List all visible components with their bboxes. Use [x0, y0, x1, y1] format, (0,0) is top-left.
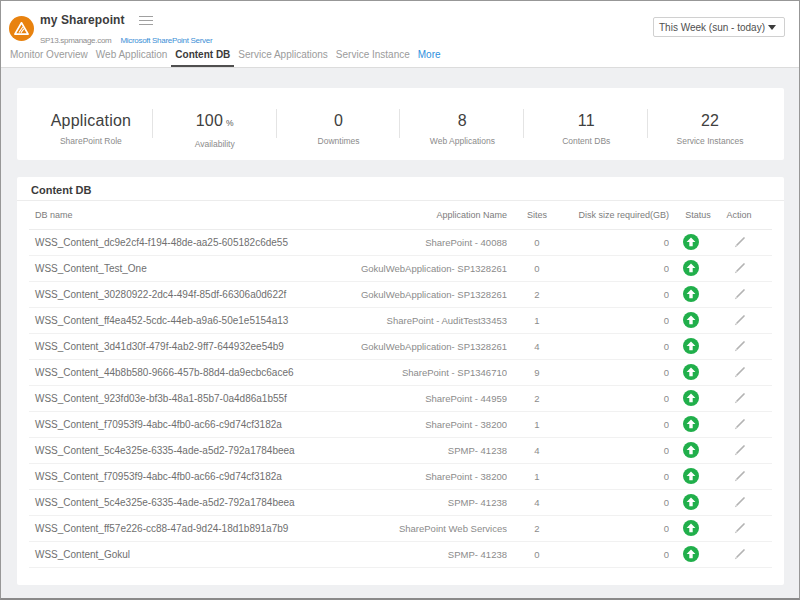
- status-up-icon: [683, 312, 699, 328]
- table-row: WSS_Content_f70953f9-4abc-4fb0-ac66-c9d7…: [29, 411, 772, 437]
- cell-application-name: SharePoint - 44959: [307, 385, 507, 411]
- table-row: WSS_Content_30280922-2dc4-494f-85df-6630…: [29, 281, 772, 307]
- cell-status: [669, 255, 713, 281]
- cell-sites: 2: [507, 281, 567, 307]
- cell-application-name: SharePoint - AuditTest33453: [307, 307, 507, 333]
- cell-disk-size: 0: [567, 541, 669, 567]
- cell-sites: 2: [507, 385, 567, 411]
- stat-sharepoint-role: ApplicationSharePoint Role: [29, 88, 153, 160]
- table-row: WSS_Content_5c4e325e-6335-4ade-a5d2-792a…: [29, 437, 772, 463]
- stat-value: 22: [701, 112, 719, 129]
- table-row: WSS_Content_ff57e226-cc88-47ad-9d24-18d1…: [29, 515, 772, 541]
- cell-action: [713, 255, 772, 281]
- cell-disk-size: 0: [567, 307, 669, 333]
- content-db-table: DB nameApplication NameSitesDisk size re…: [29, 201, 772, 568]
- edit-pencil-icon[interactable]: [732, 547, 747, 562]
- cell-action: [713, 359, 772, 385]
- cell-db-name: WSS_Content_f70953f9-4abc-4fb0-ac66-c9d7…: [29, 463, 307, 489]
- cell-action: [713, 515, 772, 541]
- cell-disk-size: 0: [567, 359, 669, 385]
- cell-action: [713, 307, 772, 333]
- status-up-icon: [683, 338, 699, 354]
- edit-pencil-icon[interactable]: [732, 235, 747, 250]
- cell-action: [713, 229, 772, 255]
- edit-pencil-icon[interactable]: [732, 469, 747, 484]
- tab-service-applications[interactable]: Service Applications: [234, 50, 332, 67]
- tab-web-application[interactable]: Web Application: [92, 50, 172, 67]
- content-db-card: Content DB DB nameApplication NameSitesD…: [17, 177, 784, 585]
- cell-db-name: WSS_Content_5c4e325e-6335-4ade-a5d2-792a…: [29, 437, 307, 463]
- edit-pencil-icon[interactable]: [732, 261, 747, 276]
- tab-more[interactable]: More: [414, 50, 445, 67]
- cell-disk-size: 0: [567, 463, 669, 489]
- status-up-icon: [683, 364, 699, 380]
- table-row: WSS_Content_923fd03e-bf3b-48a1-85b7-0a4d…: [29, 385, 772, 411]
- column-header-disk-size-required-gb-: Disk size required(GB): [567, 201, 669, 229]
- stat-label: Service Instances: [677, 136, 744, 146]
- header: my Sharepoint SP13.spmanage.com Microsof…: [1, 1, 799, 68]
- edit-pencil-icon[interactable]: [732, 443, 747, 458]
- stat-label: SharePoint Role: [60, 136, 122, 146]
- cell-disk-size: 0: [567, 281, 669, 307]
- tab-content-db[interactable]: Content DB: [171, 50, 234, 67]
- cell-db-name: WSS_Content_Test_One: [29, 255, 307, 281]
- cell-application-name: GokulWebApplication- SP1328261: [307, 281, 507, 307]
- stat-label: Downtimes: [318, 136, 360, 146]
- column-header-status: Status: [669, 201, 713, 229]
- cell-application-name: SharePoint - 38200: [307, 411, 507, 437]
- cell-sites: 0: [507, 229, 567, 255]
- cell-application-name: SPMP- 41238: [307, 489, 507, 515]
- edit-pencil-icon[interactable]: [732, 339, 747, 354]
- cell-application-name: SharePoint - 40088: [307, 229, 507, 255]
- edit-pencil-icon[interactable]: [732, 521, 747, 536]
- table-row: WSS_Content_Test_OneGokulWebApplication-…: [29, 255, 772, 281]
- cell-action: [713, 411, 772, 437]
- tab-service-instance[interactable]: Service Instance: [332, 50, 414, 67]
- tab-monitor-overview[interactable]: Monitor Overview: [6, 50, 92, 67]
- chevron-down-icon: [768, 25, 776, 30]
- cell-disk-size: 0: [567, 385, 669, 411]
- cell-sites: 1: [507, 307, 567, 333]
- status-up-icon: [683, 494, 699, 510]
- server-type-link[interactable]: Microsoft SharePoint Server: [120, 36, 212, 45]
- status-up-icon: [683, 234, 699, 250]
- cell-sites: 0: [507, 541, 567, 567]
- stat-content-dbs: 11Content DBs: [524, 88, 648, 160]
- stat-value: 0: [334, 112, 343, 129]
- stat-value-suffix: %: [226, 115, 234, 132]
- edit-pencil-icon[interactable]: [732, 365, 747, 380]
- status-up-icon: [683, 442, 699, 458]
- cell-application-name: SPMP- 41238: [307, 541, 507, 567]
- status-up-icon: [683, 390, 699, 406]
- menu-hamburger-icon[interactable]: [139, 13, 153, 28]
- cell-status: [669, 489, 713, 515]
- table-row: WSS_Content_GokulSPMP- 4123800: [29, 541, 772, 567]
- edit-pencil-icon[interactable]: [732, 391, 747, 406]
- cell-disk-size: 0: [567, 229, 669, 255]
- cell-db-name: WSS_Content_3d41d30f-479f-4ab2-9ff7-6449…: [29, 333, 307, 359]
- cell-sites: 1: [507, 463, 567, 489]
- stat-label: Availability: [195, 139, 235, 149]
- stat-value: Application: [51, 112, 131, 129]
- edit-pencil-icon[interactable]: [732, 287, 747, 302]
- cell-disk-size: 0: [567, 489, 669, 515]
- cell-status: [669, 281, 713, 307]
- column-header-action: Action: [713, 201, 772, 229]
- cell-sites: 4: [507, 333, 567, 359]
- cell-status: [669, 229, 713, 255]
- cell-action: [713, 281, 772, 307]
- cell-application-name: SharePoint - SP1346710: [307, 359, 507, 385]
- stat-value: 8: [458, 112, 467, 129]
- monitor-title-block: my Sharepoint SP13.spmanage.com Microsof…: [40, 13, 212, 45]
- period-dropdown[interactable]: This Week (sun - today): [653, 17, 785, 37]
- edit-pencil-icon[interactable]: [732, 417, 747, 432]
- cell-status: [669, 463, 713, 489]
- cell-db-name: WSS_Content_dc9e2cf4-f194-48de-aa25-6051…: [29, 229, 307, 255]
- status-up-icon: [683, 416, 699, 432]
- edit-pencil-icon[interactable]: [732, 313, 747, 328]
- table-row: WSS_Content_f70953f9-4abc-4fb0-ac66-c9d7…: [29, 463, 772, 489]
- status-up-icon: [683, 546, 699, 562]
- cell-sites: 2: [507, 515, 567, 541]
- cell-sites: 9: [507, 359, 567, 385]
- edit-pencil-icon[interactable]: [732, 495, 747, 510]
